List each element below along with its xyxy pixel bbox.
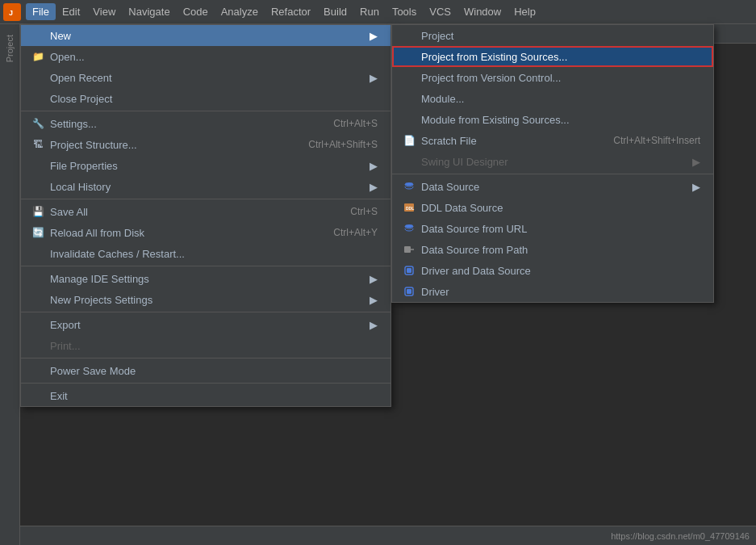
menu-view[interactable]: View [86, 3, 122, 20]
menu-item-export[interactable]: Export ▶ [21, 314, 391, 335]
submenu-item-driver-and-data-source[interactable]: Driver and Data Source [392, 260, 713, 281]
menu-tools[interactable]: Tools [386, 3, 423, 20]
data-source-from-url-icon [402, 221, 416, 236]
open-recent-icon [31, 70, 45, 85]
menu-vcs[interactable]: VCS [423, 3, 457, 20]
export-arrow: ▶ [361, 319, 378, 331]
submenu-separator-1 [392, 174, 713, 174]
menu-item-export-label: Export [50, 319, 81, 331]
scratch-file-shortcut: Ctrl+Alt+Shift+Insert [589, 135, 700, 146]
separator-6 [21, 383, 391, 384]
scratch-file-icon: 📄 [402, 133, 416, 148]
new-projects-settings-arrow: ▶ [361, 294, 378, 306]
menu-item-new-projects-settings[interactable]: New Projects Settings ▶ [21, 289, 391, 310]
submenu-item-data-source-from-url-label: Data Source from URL [421, 223, 528, 235]
menu-item-print[interactable]: Print... [21, 335, 391, 356]
menu-navigate[interactable]: Navigate [122, 3, 176, 20]
menu-build[interactable]: Build [317, 3, 353, 20]
menu-item-close-project[interactable]: Close Project [21, 88, 391, 109]
menu-file[interactable]: File [26, 3, 56, 20]
menu-item-power-save[interactable]: Power Save Mode [21, 360, 391, 381]
submenu-item-project-from-vcs[interactable]: Project from Version Control... [392, 67, 713, 88]
save-all-shortcut: Ctrl+S [326, 206, 378, 217]
menu-refactor[interactable]: Refactor [265, 3, 317, 20]
submenu-item-module[interactable]: Module... [392, 88, 713, 109]
submenu-item-swing-ui[interactable]: Swing UI Designer ▶ [392, 151, 713, 172]
submenu-item-scratch-file-label: Scratch File [421, 135, 477, 147]
menu-help[interactable]: Help [507, 3, 542, 20]
submenu-item-project-from-existing-label: Project from Existing Sources... [421, 51, 567, 63]
separator-2 [21, 199, 391, 199]
submenu-item-driver[interactable]: Driver [392, 281, 713, 302]
app-logo: J [3, 3, 21, 21]
menu-item-new[interactable]: New ▶ [21, 25, 391, 46]
menu-item-manage-ide[interactable]: Manage IDE Settings ▶ [21, 268, 391, 289]
svg-point-5 [405, 224, 413, 228]
menu-item-reload-all[interactable]: 🔄 Reload All from Disk Ctrl+Alt+Y [21, 222, 391, 243]
status-url: https://blog.csdn.net/m0_47709146 [611, 531, 750, 541]
swing-ui-arrow: ▶ [684, 156, 700, 168]
submenu-item-project-from-existing[interactable]: Project from Existing Sources... [392, 46, 713, 67]
menu-item-open[interactable]: 📁 Open... [21, 46, 391, 67]
menu-item-invalidate-caches[interactable]: Invalidate Caches / Restart... [21, 243, 391, 264]
project-from-vcs-icon [402, 70, 416, 85]
menu-item-new-label: New [50, 30, 71, 42]
file-menu-dropdown: New ▶ 📁 Open... Open Recent ▶ Close Proj… [20, 24, 391, 407]
menu-item-open-recent-label: Open Recent [50, 72, 112, 84]
separator-1 [21, 111, 391, 111]
menu-item-exit-label: Exit [50, 390, 68, 402]
menu-item-local-history-label: Local History [50, 181, 111, 193]
menu-window[interactable]: Window [457, 3, 507, 20]
submenu-item-module-from-existing-label: Module from Existing Sources... [421, 114, 570, 126]
menu-item-save-all[interactable]: 💾 Save All Ctrl+S [21, 201, 391, 222]
file-properties-icon [31, 158, 45, 173]
submenu-item-project-label: Project [421, 30, 453, 42]
local-history-arrow: ▶ [361, 181, 378, 193]
menu-edit[interactable]: Edit [56, 3, 86, 20]
menu-run[interactable]: Run [353, 3, 386, 20]
menu-item-project-structure[interactable]: 🏗 Project Structure... Ctrl+Alt+Shift+S [21, 134, 391, 155]
invalidate-caches-icon [31, 246, 45, 261]
project-from-existing-icon [402, 49, 416, 64]
submenu-item-data-source-from-url[interactable]: Data Source from URL [392, 218, 713, 239]
settings-icon: 🔧 [31, 116, 45, 131]
submenu-item-data-source-from-path[interactable]: Data Source from Path [392, 239, 713, 260]
menu-item-file-properties[interactable]: File Properties ▶ [21, 155, 391, 176]
driver-and-data-source-icon [402, 263, 416, 278]
submenu-item-module-label: Module... [421, 93, 464, 105]
submenu-item-ddl-data-source[interactable]: DDL DDL Data Source [392, 197, 713, 218]
sidebar-tab-project[interactable]: Project [2, 28, 18, 69]
menu-code[interactable]: Code [177, 3, 215, 20]
submenu-item-driver-label: Driver [421, 286, 449, 298]
submenu-item-project-from-vcs-label: Project from Version Control... [421, 72, 561, 84]
submenu-item-scratch-file[interactable]: 📄 Scratch File Ctrl+Alt+Shift+Insert [392, 130, 713, 151]
new-submenu: Project Project from Existing Sources...… [391, 24, 714, 303]
new-projects-settings-icon [31, 292, 45, 307]
swing-ui-icon [402, 154, 416, 169]
menu-item-local-history[interactable]: Local History ▶ [21, 176, 391, 197]
data-source-icon [402, 179, 416, 194]
menu-item-reload-all-label: Reload All from Disk [50, 227, 144, 239]
separator-4 [21, 312, 391, 312]
menu-item-open-recent[interactable]: Open Recent ▶ [21, 67, 391, 88]
local-history-icon [31, 179, 45, 194]
svg-point-2 [405, 182, 413, 186]
menu-item-file-properties-label: File Properties [50, 160, 118, 172]
menu-item-save-all-label: Save All [50, 206, 88, 218]
menu-analyze[interactable]: Analyze [215, 3, 265, 20]
submenu-item-project[interactable]: Project [392, 25, 713, 46]
data-source-from-path-icon [402, 242, 416, 257]
svg-rect-10 [407, 289, 411, 294]
editor-area: C: New ▶ 📁 Open... Open Recent ▶ [20, 24, 756, 545]
svg-text:J: J [9, 9, 13, 17]
submenu-item-data-source[interactable]: Data Source ▶ [392, 176, 713, 197]
open-icon: 📁 [31, 49, 45, 64]
menu-item-print-label: Print... [50, 340, 81, 352]
submenu-item-module-from-existing[interactable]: Module from Existing Sources... [392, 109, 713, 130]
menu-item-exit[interactable]: Exit [21, 385, 391, 406]
menu-item-project-structure-label: Project Structure... [50, 139, 137, 151]
data-source-arrow: ▶ [684, 181, 700, 193]
menu-item-settings[interactable]: 🔧 Settings... Ctrl+Alt+S [21, 113, 391, 134]
menu-item-manage-ide-label: Manage IDE Settings [50, 273, 149, 285]
reload-all-shortcut: Ctrl+Alt+Y [309, 227, 378, 238]
